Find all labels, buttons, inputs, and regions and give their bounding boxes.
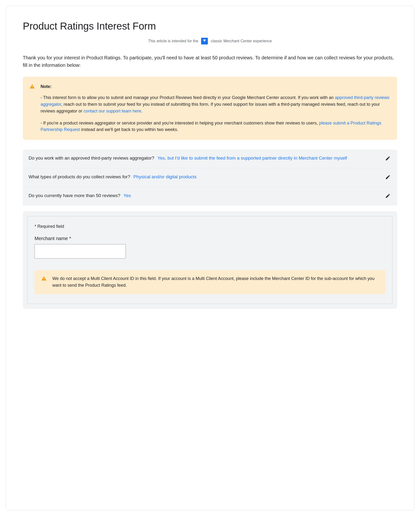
summary-question: Do you work with an approved third-party…	[29, 156, 154, 161]
edit-button[interactable]	[384, 173, 391, 181]
article-card: Product Ratings Interest Form This artic…	[6, 6, 414, 510]
merchant-name-input[interactable]	[35, 244, 126, 259]
summary-answer: Yes, but I'd like to submit the feed fro…	[158, 156, 347, 161]
summary-question: Do you currently have more than 50 revie…	[29, 193, 120, 198]
edit-button[interactable]	[384, 155, 391, 163]
pencil-icon	[385, 177, 390, 180]
svg-rect-2	[32, 86, 32, 87]
summary-row-review-count: Do you currently have more than 50 revie…	[23, 187, 397, 205]
pencil-icon	[385, 158, 390, 162]
note-paragraph-2: - If you're a product reviews aggregator…	[41, 120, 390, 133]
summary-row-product-types: What types of products do you collect re…	[23, 168, 397, 187]
intro-paragraph: Thank you for your interest in Product R…	[23, 54, 397, 69]
note-paragraph-1: - This interest form is to allow you to …	[41, 94, 390, 115]
warning-icon	[30, 84, 35, 133]
subtitle-row: This article is intended for the	[23, 38, 397, 45]
merchant-center-icon	[201, 38, 208, 45]
edit-button[interactable]	[384, 192, 391, 200]
subtitle-after: classic Merchant Center experience	[211, 39, 272, 43]
required-field-hint: * Required field	[35, 224, 385, 229]
svg-rect-3	[32, 88, 32, 88]
summary-answer: Yes	[124, 193, 131, 198]
warning-icon	[41, 276, 46, 289]
summary-row-aggregator: Do you work with an approved third-party…	[23, 149, 397, 168]
svg-rect-5	[44, 280, 44, 280]
support-link[interactable]: contact our support team here	[83, 109, 141, 113]
pencil-icon	[385, 196, 390, 199]
answers-summary: Do you work with an approved third-party…	[23, 149, 397, 205]
summary-question: What types of products do you collect re…	[29, 174, 130, 179]
page-title: Product Ratings Interest Form	[23, 20, 397, 32]
summary-answer: Physical and/or digital products	[134, 174, 196, 179]
svg-rect-4	[44, 278, 44, 280]
mca-warning-box: We do not accept a Multi Client Account …	[35, 270, 385, 294]
merchant-name-label: Merchant name *	[35, 236, 385, 241]
mca-warning-text: We do not accept a Multi Client Account …	[52, 276, 375, 288]
note-title: Note:	[41, 83, 390, 90]
svg-point-1	[204, 41, 204, 41]
subtitle-before: This article is intended for the	[148, 39, 198, 43]
note-box: Note: - This interest form is to allow y…	[23, 77, 397, 140]
form-panel: * Required field Merchant name * We do n…	[23, 211, 397, 309]
form-inner: * Required field Merchant name * We do n…	[28, 216, 392, 304]
